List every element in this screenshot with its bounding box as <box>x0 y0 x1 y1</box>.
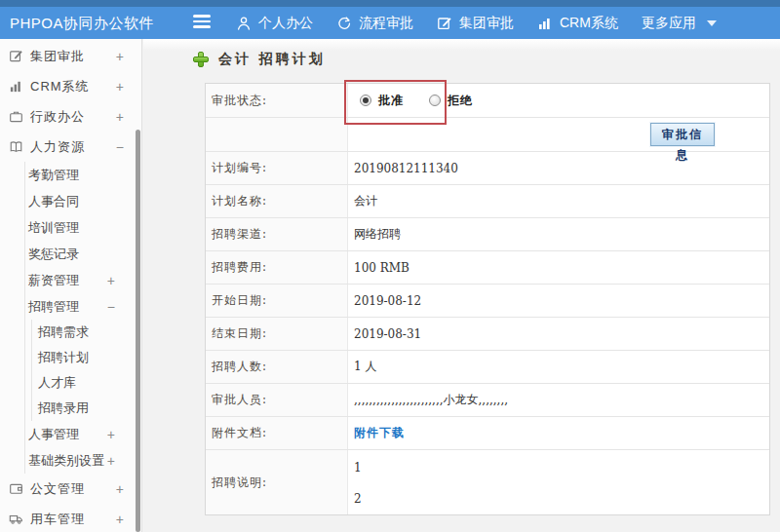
approval-status-value: 批准 拒绝 <box>348 84 769 117</box>
nav-label: 集团审批 <box>459 15 514 32</box>
document-icon <box>8 481 23 497</box>
sidebar-item-crm[interactable]: CRM系统 + <box>0 71 141 101</box>
description-line: 2 <box>354 492 769 506</box>
truck-icon <box>8 512 23 527</box>
row-recruit-description: 招聘说明: 1 2 <box>206 450 769 514</box>
caret-down-icon <box>707 20 717 26</box>
edit-square-icon <box>437 16 452 31</box>
collapse-minus-icon[interactable]: − <box>107 299 115 315</box>
page-title: 会计 招聘计划 <box>218 51 326 68</box>
row-end-date: 结束日期: 2019-08-31 <box>206 318 769 351</box>
edit-square-icon <box>8 49 23 64</box>
expand-plus-icon[interactable]: + <box>116 481 125 497</box>
sidebar-item-recruitment[interactable]: 招聘管理 − <box>25 293 141 320</box>
sidebar-item-talent-pool[interactable]: 人才库 <box>32 370 141 396</box>
nav-more-apps[interactable]: 更多应用 <box>642 15 717 32</box>
expand-plus-icon[interactable]: + <box>116 49 125 64</box>
radio-approve-label[interactable]: 批准 <box>378 93 404 109</box>
expand-plus-icon[interactable]: + <box>116 79 125 95</box>
sidebar-scrollbar[interactable] <box>136 130 140 532</box>
sidebar: 集团审批 + CRM系统 + 行政办公 + 人力资源 − 考勤管理 人事合同 培… <box>0 39 142 532</box>
expand-plus-icon[interactable]: + <box>107 273 115 288</box>
recruitment-children: 招聘需求 招聘计划 人才库 招聘录用 <box>31 320 141 421</box>
page-title-row: 会计 招聘计划 <box>193 51 326 68</box>
row-plan-number: 计划编号: 20190812111340 <box>206 152 769 185</box>
add-plus-icon <box>193 52 209 67</box>
sidebar-item-salary[interactable]: 薪资管理 + <box>25 267 141 293</box>
nav-personal-office[interactable]: 个人办公 <box>236 15 313 32</box>
hamburger-menu-icon[interactable] <box>193 15 211 30</box>
person-icon <box>236 16 252 31</box>
nav-label: 流程审批 <box>359 15 413 32</box>
expand-plus-icon[interactable]: + <box>116 512 125 527</box>
detail-table: 审批状态: 批准 拒绝 审批信息 计划编号: 20190812111340 计划… <box>205 83 770 515</box>
row-plan-name: 计划名称: 会计 <box>206 185 769 218</box>
nav-group-approval[interactable]: 集团审批 <box>437 15 514 32</box>
expand-plus-icon[interactable]: + <box>116 109 125 125</box>
sidebar-item-hr-contract[interactable]: 人事合同 <box>25 188 141 214</box>
sidebar-item-admin-office[interactable]: 行政办公 + <box>0 101 141 132</box>
approval-info-button[interactable]: 审批信息 <box>650 123 715 146</box>
topbar-accent-strip <box>0 0 780 7</box>
nav-process-approval[interactable]: 流程审批 <box>336 15 413 32</box>
row-approvers: 审批人员: ,,,,,,,,,,,,,,,,,,,,,,,,小龙女,,,,,,,… <box>206 384 769 417</box>
row-recruit-channel: 招聘渠道: 网络招聘 <box>206 218 769 251</box>
row-headcount: 招聘人数: 1 人 <box>206 351 769 384</box>
expand-plus-icon[interactable]: + <box>107 453 115 469</box>
nav-label: CRM系统 <box>560 15 618 32</box>
sidebar-item-base-category[interactable]: 基础类别设置 + <box>25 447 141 474</box>
main-content: 会计 招聘计划 审批状态: 批准 拒绝 审批信息 计划编号: 201908121… <box>143 39 780 532</box>
sidebar-item-recruit-hiring[interactable]: 招聘录用 <box>32 396 141 421</box>
sidebar-item-hr[interactable]: 人力资源 − <box>0 132 141 162</box>
process-arrow-icon <box>336 16 352 31</box>
nav-crm[interactable]: CRM系统 <box>537 15 618 32</box>
sidebar-item-vehicle[interactable]: 用车管理 + <box>0 504 141 532</box>
nav-label: 个人办公 <box>258 15 313 32</box>
row-attachment: 附件文档: 附件下载 <box>206 417 769 450</box>
nav-label: 更多应用 <box>642 15 696 32</box>
field-label: 审批状态: <box>206 84 348 117</box>
sidebar-item-rewards[interactable]: 奖惩记录 <box>25 241 141 267</box>
row-approval-button: 审批信息 <box>206 118 769 152</box>
briefcase-icon <box>8 109 23 125</box>
sidebar-item-recruit-plan[interactable]: 招聘计划 <box>32 345 141 370</box>
row-start-date: 开始日期: 2019-08-12 <box>206 285 769 318</box>
collapse-minus-icon[interactable]: − <box>116 139 125 155</box>
sidebar-item-attendance[interactable]: 考勤管理 <box>25 162 141 188</box>
row-recruit-cost: 招聘费用: 100 RMB <box>206 251 769 285</box>
app-logo: PHPOA协同办公软件 <box>10 7 154 39</box>
sidebar-item-personnel[interactable]: 人事管理 + <box>25 421 141 447</box>
attachment-download-link[interactable]: 附件下载 <box>354 425 405 441</box>
description-line: 1 <box>354 461 769 475</box>
row-approval-status: 审批状态: 批准 拒绝 <box>206 84 769 118</box>
sidebar-item-group-approval[interactable]: 集团审批 + <box>0 41 141 71</box>
hr-children: 考勤管理 人事合同 培训管理 奖惩记录 薪资管理 + 招聘管理 − 招聘需求 招… <box>24 162 141 474</box>
radio-reject-label[interactable]: 拒绝 <box>448 93 473 109</box>
top-nav: 个人办公 流程审批 集团审批 CRM系统 更多应用 <box>236 7 717 39</box>
expand-plus-icon[interactable]: + <box>107 427 115 442</box>
radio-approve[interactable] <box>360 95 371 106</box>
bar-chart-icon <box>8 79 23 95</box>
radio-reject[interactable] <box>429 95 441 106</box>
sidebar-item-training[interactable]: 培训管理 <box>25 214 141 241</box>
bar-chart-icon <box>537 16 553 31</box>
book-icon <box>8 139 23 155</box>
sidebar-item-document[interactable]: 公文管理 + <box>0 474 141 504</box>
topbar: PHPOA协同办公软件 个人办公 流程审批 集团审批 CRM系统 <box>0 7 780 39</box>
sidebar-item-recruit-demand[interactable]: 招聘需求 <box>32 320 141 345</box>
